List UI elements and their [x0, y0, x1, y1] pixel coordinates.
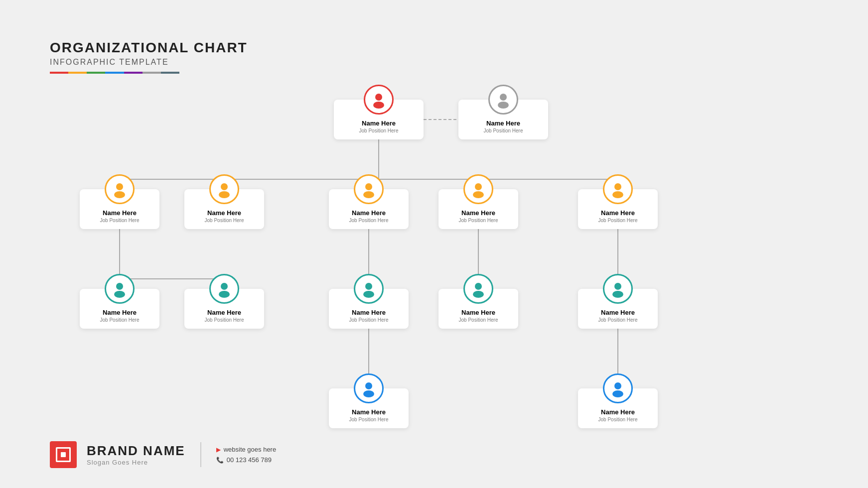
svg-point-11	[475, 183, 482, 190]
node-root-right: Name Here Job Position Here	[458, 100, 548, 139]
svg-point-12	[473, 191, 484, 198]
brand-website-text: website goes here	[224, 446, 277, 453]
avatar-root-right	[488, 85, 518, 115]
svg-point-13	[614, 183, 621, 190]
node-root: Name Here Job Position Here	[334, 100, 424, 139]
node-l3-1: Name Here Job Position Here	[80, 289, 159, 329]
node-root-right-name: Name Here	[486, 120, 520, 127]
node-l2-1-pos: Job Position Here	[100, 218, 140, 223]
avatar-l2-2	[209, 174, 239, 204]
svg-point-7	[221, 183, 228, 190]
svg-point-4	[498, 102, 509, 109]
brand-logo	[50, 441, 77, 468]
brand-footer: BRAND NAME Slogan Goes Here ▶ website go…	[50, 441, 276, 468]
connector-lines	[50, 75, 838, 428]
svg-point-27	[614, 382, 621, 389]
node-l3-4-pos: Job Position Here	[459, 317, 498, 323]
svg-point-22	[473, 291, 484, 298]
avatar-l3-5	[603, 274, 633, 304]
node-l3-5-name: Name Here	[601, 309, 635, 316]
svg-point-9	[365, 183, 372, 190]
node-l2-3: Name Here Job Position Here	[329, 189, 409, 229]
page-title: ORGANIZATIONAL CHART	[50, 40, 248, 56]
brand-phone: 📞 00 123 456 789	[216, 456, 277, 464]
org-chart: Name Here Job Position Here Name Here Jo…	[50, 75, 838, 428]
slide: ORGANIZATIONAL CHART INFOGRAPHIC TEMPLAT…	[0, 0, 868, 488]
node-l4-2: Name Here Job Position Here	[578, 388, 658, 428]
node-l4-1-name: Name Here	[352, 408, 386, 416]
header: ORGANIZATIONAL CHART INFOGRAPHIC TEMPLAT…	[50, 40, 248, 74]
svg-point-5	[116, 183, 123, 190]
brand-website: ▶ website goes here	[216, 446, 277, 453]
node-l4-2-name: Name Here	[601, 408, 635, 416]
node-l3-3: Name Here Job Position Here	[329, 289, 409, 329]
website-icon: ▶	[216, 446, 221, 453]
avatar-l3-1	[105, 274, 135, 304]
svg-point-18	[219, 291, 230, 298]
avatar-root	[364, 85, 394, 115]
node-l3-1-pos: Job Position Here	[100, 317, 140, 323]
svg-point-25	[365, 382, 372, 389]
svg-point-1	[375, 94, 382, 101]
node-l2-4-pos: Job Position Here	[459, 218, 498, 223]
svg-point-16	[114, 291, 125, 298]
node-l3-2-pos: Job Position Here	[205, 317, 244, 323]
page-subtitle: INFOGRAPHIC TEMPLATE	[50, 58, 248, 67]
avatar-l3-3	[354, 274, 384, 304]
node-l2-5: Name Here Job Position Here	[578, 189, 658, 229]
node-l3-4-name: Name Here	[461, 309, 495, 316]
avatar-l3-4	[463, 274, 493, 304]
node-l3-2: Name Here Job Position Here	[184, 289, 264, 329]
svg-point-14	[612, 191, 623, 198]
node-l3-5: Name Here Job Position Here	[578, 289, 658, 329]
node-l2-2-name: Name Here	[207, 209, 241, 217]
avatar-l2-3	[354, 174, 384, 204]
svg-point-2	[373, 102, 384, 109]
brand-phone-text: 00 123 456 789	[227, 456, 272, 464]
avatar-l3-2	[209, 274, 239, 304]
svg-point-19	[365, 283, 372, 290]
avatar-l4-1	[354, 373, 384, 403]
brand-text: BRAND NAME Slogan Goes Here	[87, 443, 185, 466]
svg-point-3	[500, 94, 507, 101]
node-l4-1: Name Here Job Position Here	[329, 388, 409, 428]
node-l4-1-pos: Job Position Here	[349, 417, 389, 422]
node-l2-3-pos: Job Position Here	[349, 218, 389, 223]
brand-slogan: Slogan Goes Here	[87, 459, 185, 466]
avatar-l2-1	[105, 174, 135, 204]
avatar-l4-2	[603, 373, 633, 403]
node-l2-2: Name Here Job Position Here	[184, 189, 264, 229]
avatar-l2-5	[603, 174, 633, 204]
svg-point-23	[614, 283, 621, 290]
node-l3-4: Name Here Job Position Here	[438, 289, 518, 329]
node-l2-5-pos: Job Position Here	[598, 218, 638, 223]
node-root-pos: Job Position Here	[359, 128, 399, 133]
svg-point-17	[221, 283, 228, 290]
node-l2-4-name: Name Here	[461, 209, 495, 217]
node-l3-5-pos: Job Position Here	[598, 317, 638, 323]
svg-point-20	[363, 291, 374, 298]
brand-logo-inner	[56, 447, 71, 462]
svg-point-24	[612, 291, 623, 298]
svg-point-6	[114, 191, 125, 198]
brand-logo-center	[61, 452, 66, 457]
svg-point-8	[219, 191, 230, 198]
node-l2-1: Name Here Job Position Here	[80, 189, 159, 229]
svg-point-15	[116, 283, 123, 290]
node-root-name: Name Here	[362, 120, 396, 127]
node-l2-2-pos: Job Position Here	[205, 218, 244, 223]
phone-icon: 📞	[216, 457, 224, 464]
color-bar	[50, 72, 179, 74]
svg-point-10	[363, 191, 374, 198]
node-l2-3-name: Name Here	[352, 209, 386, 217]
node-l2-1-name: Name Here	[103, 209, 137, 217]
brand-contact: ▶ website goes here 📞 00 123 456 789	[216, 446, 277, 464]
svg-point-28	[612, 390, 623, 397]
node-l2-4: Name Here Job Position Here	[438, 189, 518, 229]
avatar-l2-4	[463, 174, 493, 204]
brand-divider	[200, 442, 201, 467]
node-l4-2-pos: Job Position Here	[598, 417, 638, 422]
node-l3-1-name: Name Here	[103, 309, 137, 316]
node-l3-2-name: Name Here	[207, 309, 241, 316]
brand-name: BRAND NAME	[87, 443, 185, 459]
